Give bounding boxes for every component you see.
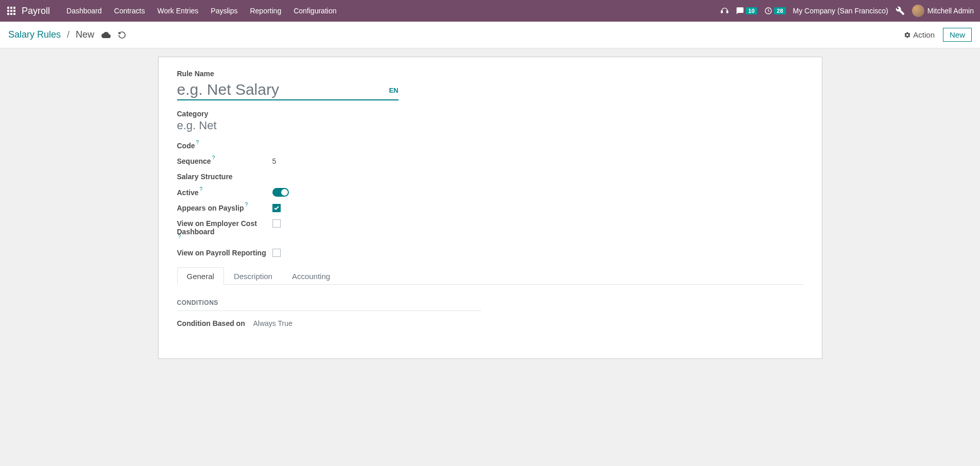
breadcrumb-current: New xyxy=(76,29,94,40)
tab-description[interactable]: Description xyxy=(224,267,282,285)
user-menu[interactable]: Mitchell Admin xyxy=(912,5,976,17)
svg-rect-8 xyxy=(13,13,15,15)
condition-based-on-value[interactable]: Always True xyxy=(253,319,293,327)
tabs: General Description Accounting xyxy=(177,267,803,285)
rule-name-input[interactable] xyxy=(177,81,385,98)
svg-rect-9 xyxy=(721,11,723,13)
breadcrumb: Salary Rules / New xyxy=(8,29,126,40)
company-switcher[interactable]: My Company (San Francisco) xyxy=(793,7,888,15)
svg-rect-1 xyxy=(10,7,12,9)
svg-rect-10 xyxy=(727,11,728,13)
svg-rect-4 xyxy=(10,10,12,12)
breadcrumb-sep: / xyxy=(67,29,70,40)
salary-structure-label: Salary Structure xyxy=(177,172,233,181)
main-area: Rule Name EN Category e.g. Net Code? Seq… xyxy=(0,48,980,367)
svg-rect-3 xyxy=(7,10,9,12)
tab-accounting[interactable]: Accounting xyxy=(282,267,340,285)
section-divider xyxy=(177,310,481,311)
rule-name-label: Rule Name xyxy=(177,70,803,78)
messages-icon[interactable]: 10 xyxy=(736,7,757,15)
messages-badge: 10 xyxy=(746,7,757,14)
activities-icon[interactable]: 28 xyxy=(764,7,785,15)
category-label: Category xyxy=(177,110,803,118)
action-button[interactable]: Action xyxy=(904,30,935,39)
nav-items: Dashboard Contracts Work Entries Payslip… xyxy=(60,0,342,22)
svg-rect-7 xyxy=(10,13,12,15)
nav-contracts[interactable]: Contracts xyxy=(108,0,151,22)
help-icon[interactable]: ? xyxy=(178,234,181,239)
active-label: Active xyxy=(177,188,199,197)
view-payroll-reporting-checkbox[interactable] xyxy=(272,249,281,257)
form-sheet: Rule Name EN Category e.g. Net Code? Seq… xyxy=(158,57,822,359)
activities-badge: 28 xyxy=(774,7,785,14)
app-name[interactable]: Payroll xyxy=(22,6,50,16)
new-button[interactable]: New xyxy=(943,28,972,42)
nav-configuration[interactable]: Configuration xyxy=(287,0,342,22)
svg-rect-5 xyxy=(13,10,15,12)
breadcrumb-root[interactable]: Salary Rules xyxy=(8,29,61,40)
control-bar: Salary Rules / New Action New xyxy=(0,22,980,48)
action-label: Action xyxy=(913,30,935,39)
avatar xyxy=(912,5,924,17)
sequence-input[interactable]: 5 xyxy=(272,157,277,165)
view-employer-cost-label: View on Employer Cost Dashboard xyxy=(177,219,272,236)
apps-icon[interactable] xyxy=(4,7,19,15)
help-icon[interactable]: ? xyxy=(212,155,215,161)
nav-work-entries[interactable]: Work Entries xyxy=(151,0,204,22)
category-input[interactable]: e.g. Net xyxy=(177,119,803,132)
conditions-section-title: CONDITIONS xyxy=(177,299,481,308)
appears-on-payslip-label: Appears on Payslip xyxy=(177,204,244,212)
discard-icon[interactable] xyxy=(118,31,126,39)
help-icon[interactable]: ? xyxy=(196,140,199,145)
save-cloud-icon[interactable] xyxy=(101,30,111,40)
nav-dashboard[interactable]: Dashboard xyxy=(60,0,108,22)
condition-based-on-label: Condition Based on xyxy=(177,319,253,327)
svg-rect-0 xyxy=(7,7,9,9)
appears-on-payslip-checkbox[interactable] xyxy=(272,204,281,212)
top-nav: Payroll Dashboard Contracts Work Entries… xyxy=(0,0,980,22)
active-toggle[interactable] xyxy=(272,188,289,197)
tab-general[interactable]: General xyxy=(177,267,224,285)
nav-reporting[interactable]: Reporting xyxy=(244,0,287,22)
nav-payslips[interactable]: Payslips xyxy=(204,0,244,22)
sequence-label: Sequence xyxy=(177,157,211,165)
view-employer-cost-checkbox[interactable] xyxy=(272,219,281,228)
user-name: Mitchell Admin xyxy=(927,7,974,15)
lang-tag[interactable]: EN xyxy=(389,87,398,94)
help-icon[interactable]: ? xyxy=(245,202,248,208)
help-icon[interactable]: ? xyxy=(200,186,203,192)
code-label: Code xyxy=(177,142,195,150)
debug-icon[interactable] xyxy=(896,6,905,15)
support-icon[interactable] xyxy=(720,7,729,15)
view-payroll-reporting-label: View on Payroll Reporting xyxy=(177,249,266,257)
svg-rect-2 xyxy=(13,7,15,9)
svg-rect-6 xyxy=(7,13,9,15)
